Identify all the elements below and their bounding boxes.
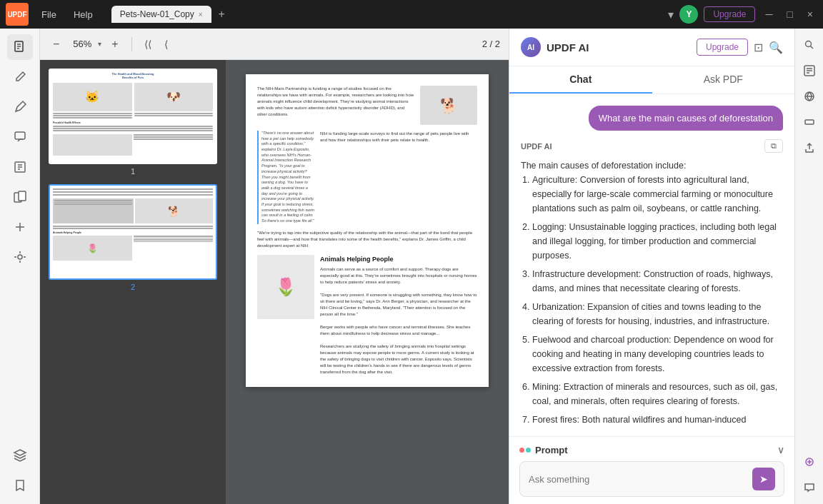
pdf-main-view[interactable]: The NIH-Mars Partnership is funding a ra… bbox=[226, 60, 509, 504]
minimize-button[interactable]: ─ bbox=[761, 9, 777, 20]
tab-active[interactable]: Pets-New-01_Copy × bbox=[111, 6, 211, 23]
thumbnail-page-2[interactable]: 🐕 Animals Helping People 🌷 bbox=[49, 184, 217, 291]
ai-list-item-1: Agriculture: Conversion of forests into … bbox=[532, 173, 783, 216]
zoom-display: 56% ▾ bbox=[69, 39, 101, 49]
pdf-page-content: The NIH-Mars Partnership is funding a ra… bbox=[246, 74, 489, 387]
user-message: What are the main causes of deforestatio… bbox=[589, 106, 783, 131]
ai-logo: AI bbox=[521, 37, 541, 57]
svg-point-11 bbox=[18, 255, 22, 259]
zoom-in-button[interactable]: + bbox=[107, 35, 122, 54]
prompt-input[interactable] bbox=[529, 474, 747, 485]
menu-file[interactable]: File bbox=[34, 6, 64, 23]
sidebar-icon-pages[interactable] bbox=[7, 184, 33, 210]
send-button[interactable]: ➤ bbox=[752, 468, 775, 490]
ai-tabs: Chat Ask PDF bbox=[509, 66, 794, 94]
ai-response-container: UPDF AI ⧉ The main causes of deforestati… bbox=[521, 139, 783, 431]
page-indicator: 2 / 2 bbox=[482, 39, 500, 49]
sidebar-icon-merge[interactable] bbox=[7, 214, 33, 240]
ai-upgrade-button[interactable]: Upgrade bbox=[697, 39, 748, 56]
app-logo: UPDF bbox=[6, 3, 29, 26]
page-numbers: 2 / 2 bbox=[482, 39, 500, 49]
maximize-button[interactable]: □ bbox=[782, 9, 797, 20]
pdf-thumbnails[interactable]: The Health and Mood-BoostingBenefits of … bbox=[40, 60, 226, 504]
prompt-label: Prompt bbox=[519, 445, 568, 455]
sidebar-icon-layers[interactable] bbox=[7, 443, 33, 468]
thumbnail-label-1: 1 bbox=[49, 167, 217, 176]
rs-icon-search[interactable] bbox=[799, 34, 820, 56]
ai-response-text: The main causes of deforestation include… bbox=[521, 158, 783, 431]
zoom-dropdown-arrow[interactable]: ▾ bbox=[98, 40, 101, 48]
tab-area: Pets-New-01_Copy × + ▾ bbox=[111, 6, 674, 23]
sidebar-icon-comment[interactable] bbox=[7, 124, 33, 150]
ai-header: AI UPDF AI Upgrade ⊡ 🔍 bbox=[509, 29, 794, 66]
sidebar-icon-tools[interactable] bbox=[7, 244, 33, 270]
thumbnail-page-1[interactable]: The Health and Mood-BoostingBenefits of … bbox=[49, 69, 217, 176]
titlebar-right: Y Upgrade ─ □ × bbox=[679, 5, 817, 24]
page-prev-button[interactable]: ⟨ bbox=[161, 36, 171, 52]
prompt-header: Prompt ∨ bbox=[519, 444, 784, 455]
menu-help[interactable]: Help bbox=[66, 6, 100, 23]
rs-icon-chat-bubble[interactable] bbox=[799, 477, 820, 498]
close-button[interactable]: × bbox=[803, 9, 817, 20]
rs-icon-ai[interactable] bbox=[799, 451, 820, 473]
tab-add-button[interactable]: + bbox=[214, 8, 229, 21]
ai-copy-button[interactable]: ⧉ bbox=[764, 139, 783, 153]
rs-icon-share[interactable] bbox=[799, 137, 820, 158]
thumbnail-image-1: The Health and Mood-BoostingBenefits of … bbox=[49, 69, 217, 164]
svg-rect-19 bbox=[805, 120, 814, 124]
dot-teal bbox=[526, 448, 531, 453]
right-sidebar bbox=[794, 29, 823, 504]
svg-rect-4 bbox=[15, 132, 25, 139]
tab-close-button[interactable]: × bbox=[199, 11, 203, 19]
send-icon: ➤ bbox=[759, 473, 768, 485]
menu-bar: File Help bbox=[34, 6, 100, 23]
pdf-area: − 56% ▾ + ⟨⟨ ⟨ 2 / 2 The Health and M bbox=[40, 29, 509, 504]
titlebar: UPDF File Help Pets-New-01_Copy × + ▾ Y … bbox=[0, 0, 823, 29]
ai-prompt-area: Prompt ∨ ➤ bbox=[509, 436, 794, 504]
toolbar-separator bbox=[131, 37, 132, 51]
ai-header-actions: Upgrade ⊡ 🔍 bbox=[697, 39, 783, 56]
ai-list-item-3: Infrastructure development: Construction… bbox=[532, 267, 783, 296]
tab-dropdown-button[interactable]: ▾ bbox=[668, 8, 674, 21]
thumbnail-image-2: 🐕 Animals Helping People 🌷 bbox=[49, 184, 217, 280]
page-first-button[interactable]: ⟨⟨ bbox=[141, 36, 155, 52]
tab-chat[interactable]: Chat bbox=[509, 66, 652, 94]
thumbnail-label-2: 2 bbox=[49, 283, 217, 291]
sidebar-icon-bookmark[interactable] bbox=[7, 473, 33, 498]
ai-panel: AI UPDF AI Upgrade ⊡ 🔍 Chat Ask PDF What… bbox=[509, 29, 794, 504]
upgrade-button[interactable]: Upgrade bbox=[704, 6, 755, 22]
sidebar-icon-annotate[interactable] bbox=[7, 94, 33, 120]
zoom-out-button[interactable]: − bbox=[49, 35, 64, 54]
ai-title-row: AI UPDF AI bbox=[521, 37, 589, 57]
sidebar-icon-document[interactable] bbox=[7, 34, 33, 60]
sidebar-icon-edit[interactable] bbox=[7, 64, 33, 90]
ai-settings-button[interactable]: ⊡ bbox=[754, 39, 763, 56]
svg-rect-10 bbox=[19, 191, 26, 201]
rs-icon-ocr[interactable] bbox=[799, 60, 820, 81]
tab-label: Pets-New-01_Copy bbox=[120, 9, 194, 19]
ai-search-button[interactable]: 🔍 bbox=[769, 39, 783, 56]
ai-response-label: UPDF AI bbox=[521, 142, 552, 151]
prompt-chevron-button[interactable]: ∨ bbox=[777, 444, 784, 455]
ai-list-item-2: Logging: Unsustainable logging practices… bbox=[532, 220, 783, 263]
ai-list-item-5: Fuelwood and charcoal production: Depend… bbox=[532, 333, 783, 376]
left-sidebar bbox=[0, 29, 40, 504]
prompt-text: Prompt bbox=[535, 445, 568, 455]
ai-title: UPDF AI bbox=[547, 41, 589, 54]
rs-icon-translate[interactable] bbox=[799, 86, 820, 107]
rs-icon-redact[interactable] bbox=[799, 111, 820, 133]
ai-list-item-4: Urbanization: Expansion of cities and to… bbox=[532, 300, 783, 328]
ai-list-item-6: Mining: Extraction of minerals and resou… bbox=[532, 380, 783, 408]
pdf-toolbar: − 56% ▾ + ⟨⟨ ⟨ 2 / 2 bbox=[40, 29, 509, 60]
svg-line-13 bbox=[810, 46, 813, 49]
zoom-level: 56% bbox=[69, 39, 95, 49]
user-avatar[interactable]: Y bbox=[679, 5, 698, 24]
ai-list-item-7: Forest fires: Both natural wildfires and… bbox=[532, 413, 783, 427]
tab-ask-pdf[interactable]: Ask PDF bbox=[652, 66, 795, 94]
prompt-input-row: ➤ bbox=[519, 461, 784, 497]
main-layout: − 56% ▾ + ⟨⟨ ⟨ 2 / 2 The Health and M bbox=[0, 29, 823, 504]
dot-red bbox=[519, 448, 524, 453]
prompt-dots bbox=[519, 448, 531, 453]
ai-messages[interactable]: What are the main causes of deforestatio… bbox=[509, 94, 794, 436]
sidebar-icon-form[interactable] bbox=[7, 154, 33, 180]
